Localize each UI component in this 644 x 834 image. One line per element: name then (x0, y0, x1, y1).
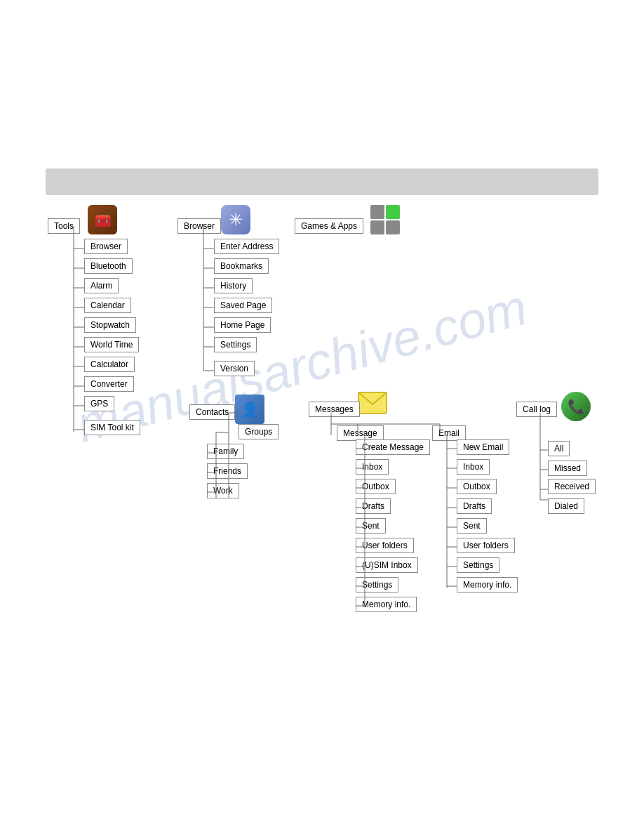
tools-item-alarm[interactable]: Alarm (84, 278, 119, 293)
games-label-box[interactable]: Games & Apps (295, 218, 363, 234)
calllog-icon-area: 📞 (561, 392, 591, 421)
email-sublabel[interactable]: Email (432, 425, 466, 441)
tools-item-gps[interactable]: GPS (84, 396, 114, 411)
tools-item-bluetooth[interactable]: Bluetooth (84, 258, 133, 274)
email-sublabel-box[interactable]: Email (432, 425, 466, 441)
tools-item-world-time[interactable]: World Time (84, 337, 139, 352)
email-user-folders[interactable]: User folders (457, 538, 515, 553)
messages-icon-area (358, 392, 387, 414)
calllog-received[interactable]: Received (548, 479, 596, 494)
tools-icon: 🧰 (88, 205, 117, 234)
calllog-all[interactable]: All (548, 441, 570, 456)
browser-label-box[interactable]: Browser (177, 218, 221, 234)
msg-create-message[interactable]: Create Message (356, 439, 430, 455)
msg-sent[interactable]: Sent (356, 518, 386, 534)
msg-settings[interactable]: Settings (356, 577, 398, 593)
tools-item-calendar[interactable]: Calendar (84, 298, 131, 313)
tools-icon-area: 🧰 (88, 205, 117, 234)
contacts-icon: 👤 (235, 395, 264, 424)
browser-icon-area: ✳ (221, 205, 250, 234)
email-settings[interactable]: Settings (457, 557, 499, 573)
messages-label[interactable]: Messages (309, 402, 360, 417)
contacts-label-box[interactable]: Contacts (189, 404, 235, 420)
msg-drafts[interactable]: Drafts (356, 498, 391, 514)
calllog-label[interactable]: Call log (516, 402, 557, 417)
email-drafts[interactable]: Drafts (457, 498, 492, 514)
tools-label-box[interactable]: Tools (48, 218, 80, 234)
browser-icon: ✳ (221, 205, 250, 234)
msg-user-folders[interactable]: User folders (356, 538, 414, 553)
email-outbox[interactable]: Outbox (457, 479, 497, 494)
browser-item-home-page[interactable]: Home Page (214, 317, 271, 333)
connector-lines (0, 0, 644, 834)
top-bar (46, 168, 598, 195)
email-inbox[interactable]: Inbox (457, 459, 490, 475)
calllog-label-box[interactable]: Call log (516, 402, 557, 417)
browser-item-version[interactable]: Version (214, 361, 255, 376)
messages-label-box[interactable]: Messages (309, 402, 360, 417)
contacts-groups[interactable]: Groups (239, 424, 279, 439)
browser-item-settings[interactable]: Settings (214, 337, 257, 352)
browser-item-enter-address[interactable]: Enter Address (214, 239, 279, 254)
contacts-work[interactable]: Work (207, 483, 239, 498)
contacts-icon-area: 👤 (235, 395, 264, 424)
message-sublabel-box[interactable]: Message (337, 425, 384, 441)
tools-item-browser[interactable]: Browser (84, 239, 128, 254)
tools-item-converter[interactable]: Converter (84, 376, 134, 392)
calllog-missed[interactable]: Missed (548, 461, 587, 476)
games-icon (370, 205, 400, 234)
tools-item-stopwatch[interactable]: Stopwatch (84, 317, 136, 333)
msg-usim-inbox[interactable]: (U)SIM Inbox (356, 557, 418, 573)
msg-inbox[interactable]: Inbox (356, 459, 389, 475)
email-new[interactable]: New Email (457, 439, 509, 455)
tools-label[interactable]: Tools (48, 218, 80, 234)
email-memory-info[interactable]: Memory info. (457, 577, 518, 593)
calllog-dialed[interactable]: Dialed (548, 498, 584, 514)
message-sublabel[interactable]: Message (337, 425, 384, 441)
contacts-friends[interactable]: Friends (207, 463, 248, 479)
browser-label[interactable]: Browser (177, 218, 221, 234)
tools-item-sim[interactable]: SIM Tool kit (84, 420, 140, 435)
browser-item-bookmarks[interactable]: Bookmarks (214, 258, 269, 274)
games-label[interactable]: Games & Apps (295, 218, 363, 234)
calllog-icon: 📞 (561, 392, 591, 421)
games-icon-area (370, 205, 400, 234)
email-sent[interactable]: Sent (457, 518, 487, 534)
tools-item-calculator[interactable]: Calculator (84, 357, 135, 372)
browser-item-history[interactable]: History (214, 278, 253, 293)
msg-memory-info[interactable]: Memory info. (356, 597, 417, 612)
contacts-family[interactable]: Family (207, 444, 244, 459)
messages-icon (358, 392, 387, 414)
browser-item-saved-page[interactable]: Saved Page (214, 298, 272, 313)
contacts-label[interactable]: Contacts (189, 404, 235, 420)
msg-outbox[interactable]: Outbox (356, 479, 396, 494)
